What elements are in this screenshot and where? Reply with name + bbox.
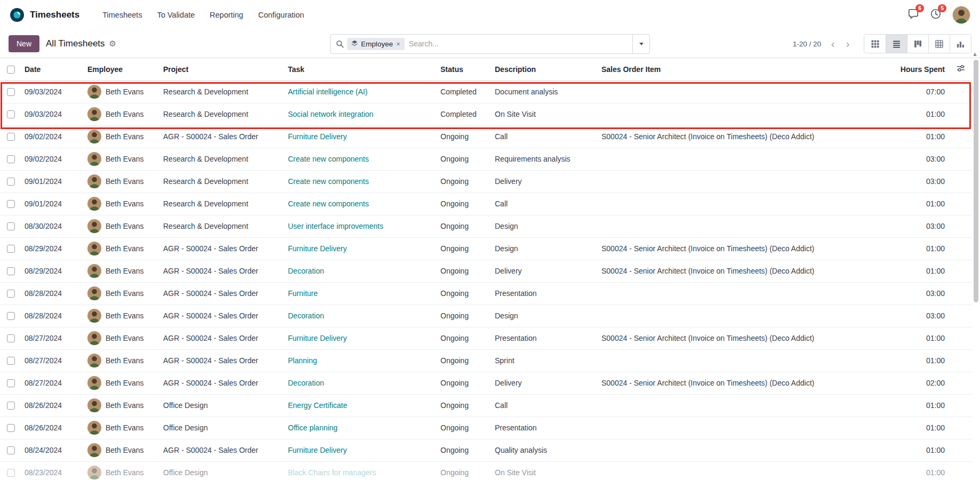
- task-cell[interactable]: Office planning: [284, 417, 436, 439]
- description-cell[interactable]: Delivery: [491, 260, 597, 282]
- project-cell[interactable]: Research & Development: [159, 103, 284, 125]
- description-cell[interactable]: Presentation: [491, 327, 597, 349]
- task-link[interactable]: Create new components: [288, 155, 369, 163]
- column-header-task[interactable]: Task: [284, 58, 436, 81]
- employee-cell[interactable]: Beth Evans: [83, 394, 159, 417]
- description-cell[interactable]: Call: [491, 394, 597, 417]
- task-cell[interactable]: Furniture: [284, 282, 436, 305]
- sales-order-item-cell[interactable]: S00024 - Senior Architect (Invoice on Ti…: [597, 125, 874, 148]
- table-row[interactable]: 08/27/2024Beth EvansAGR - S00024 - Sales…: [0, 349, 973, 372]
- employee-cell[interactable]: Beth Evans: [83, 327, 159, 349]
- employee-cell[interactable]: Beth Evans: [83, 148, 159, 170]
- hours-spent-cell[interactable]: 03:00: [874, 170, 949, 193]
- table-row[interactable]: 09/01/2024Beth EvansResearch & Developme…: [0, 170, 973, 193]
- row-checkbox[interactable]: [7, 222, 15, 230]
- sales-order-item-cell[interactable]: [597, 461, 874, 480]
- date-cell[interactable]: 09/02/2024: [20, 125, 83, 148]
- list-view-button[interactable]: [886, 35, 907, 53]
- task-cell[interactable]: Planning: [284, 349, 436, 372]
- status-cell[interactable]: Ongoing: [436, 327, 491, 349]
- kanban-view-button[interactable]: [907, 35, 928, 53]
- table-row[interactable]: 09/03/2024Beth EvansResearch & Developme…: [0, 103, 973, 125]
- project-cell[interactable]: Research & Development: [159, 215, 284, 237]
- menu-reporting[interactable]: Reporting: [204, 7, 249, 23]
- status-cell[interactable]: Ongoing: [436, 260, 491, 282]
- table-row[interactable]: 08/27/2024Beth EvansAGR - S00024 - Sales…: [0, 327, 973, 349]
- hours-spent-cell[interactable]: 01:00: [874, 394, 949, 417]
- project-cell[interactable]: Research & Development: [159, 170, 284, 193]
- table-row[interactable]: 09/03/2024Beth EvansResearch & Developme…: [0, 81, 973, 103]
- task-link[interactable]: Furniture Delivery: [288, 334, 347, 342]
- status-cell[interactable]: Ongoing: [436, 125, 491, 148]
- description-cell[interactable]: On Site Visit: [491, 103, 597, 125]
- employee-cell[interactable]: Beth Evans: [83, 215, 159, 237]
- hours-spent-cell[interactable]: 01:00: [874, 461, 949, 480]
- table-row[interactable]: 08/24/2024Beth EvansAGR - S00024 - Sales…: [0, 439, 973, 461]
- sales-order-item-cell[interactable]: [597, 103, 874, 125]
- status-cell[interactable]: Ongoing: [436, 170, 491, 193]
- task-link[interactable]: Artificial intelligence (AI): [288, 87, 367, 96]
- sales-order-item-cell[interactable]: [597, 148, 874, 170]
- row-checkbox[interactable]: [7, 446, 15, 454]
- project-cell[interactable]: Research & Development: [159, 148, 284, 170]
- task-cell[interactable]: Social network integration: [284, 103, 436, 125]
- hours-spent-cell[interactable]: 01:00: [874, 417, 949, 439]
- task-cell[interactable]: Artificial intelligence (AI): [284, 81, 436, 103]
- date-cell[interactable]: 08/27/2024: [20, 349, 83, 372]
- task-cell[interactable]: Energy Certificate: [284, 394, 436, 417]
- task-cell[interactable]: Create new components: [284, 193, 436, 215]
- employee-cell[interactable]: Beth Evans: [83, 260, 159, 282]
- task-cell[interactable]: Black Chairs for managers: [284, 461, 436, 480]
- menu-to-validate[interactable]: To Validate: [151, 7, 201, 23]
- task-cell[interactable]: Decoration: [284, 260, 436, 282]
- task-link[interactable]: Decoration: [288, 379, 324, 387]
- search-input[interactable]: [409, 39, 632, 48]
- scrollbar-up-arrow[interactable]: [972, 51, 978, 57]
- description-cell[interactable]: Design: [491, 215, 597, 237]
- sales-order-item-cell[interactable]: [597, 215, 874, 237]
- date-cell[interactable]: 08/29/2024: [20, 237, 83, 260]
- description-cell[interactable]: Call: [491, 125, 597, 148]
- row-checkbox[interactable]: [7, 200, 15, 208]
- hours-spent-cell[interactable]: 02:00: [874, 372, 949, 394]
- table-row[interactable]: 08/26/2024Beth EvansOffice DesignOffice …: [0, 417, 973, 439]
- task-cell[interactable]: Furniture Delivery: [284, 439, 436, 461]
- row-checkbox[interactable]: [7, 334, 15, 342]
- description-cell[interactable]: Delivery: [491, 372, 597, 394]
- employee-cell[interactable]: Beth Evans: [83, 282, 159, 305]
- pager-previous-button[interactable]: [825, 36, 840, 51]
- task-cell[interactable]: Decoration: [284, 305, 436, 327]
- hours-spent-cell[interactable]: 01:00: [874, 327, 949, 349]
- messages-button[interactable]: 6: [907, 8, 919, 22]
- employee-cell[interactable]: Beth Evans: [83, 81, 159, 103]
- row-checkbox[interactable]: [7, 267, 15, 275]
- task-cell[interactable]: Decoration: [284, 372, 436, 394]
- sales-order-item-cell[interactable]: S00024 - Senior Architect (Invoice on Ti…: [597, 260, 874, 282]
- status-cell[interactable]: Ongoing: [436, 193, 491, 215]
- row-checkbox[interactable]: [7, 379, 15, 387]
- menu-timesheets[interactable]: Timesheets: [97, 7, 148, 23]
- facet-remove-icon[interactable]: [396, 40, 400, 48]
- status-cell[interactable]: Ongoing: [436, 148, 491, 170]
- graph-view-button[interactable]: [950, 35, 971, 53]
- column-header-description[interactable]: Description: [491, 58, 597, 81]
- employee-cell[interactable]: Beth Evans: [83, 417, 159, 439]
- row-checkbox[interactable]: [7, 357, 15, 365]
- date-cell[interactable]: 09/02/2024: [20, 148, 83, 170]
- row-checkbox[interactable]: [7, 155, 15, 163]
- column-header-employee[interactable]: Employee: [83, 58, 159, 81]
- user-avatar[interactable]: [952, 6, 970, 24]
- table-row[interactable]: 08/30/2024Beth EvansResearch & Developme…: [0, 215, 973, 237]
- project-cell[interactable]: AGR - S00024 - Sales Order: [159, 260, 284, 282]
- task-link[interactable]: Furniture Delivery: [288, 244, 347, 253]
- hours-spent-cell[interactable]: 01:00: [874, 193, 949, 215]
- project-cell[interactable]: Office Design: [159, 417, 284, 439]
- description-cell[interactable]: Presentation: [491, 282, 597, 305]
- description-cell[interactable]: Delivery: [491, 170, 597, 193]
- project-cell[interactable]: AGR - S00024 - Sales Order: [159, 327, 284, 349]
- project-cell[interactable]: Research & Development: [159, 193, 284, 215]
- row-checkbox[interactable]: [7, 424, 15, 432]
- sales-order-item-cell[interactable]: [597, 439, 874, 461]
- status-cell[interactable]: Ongoing: [436, 394, 491, 417]
- table-row[interactable]: 09/02/2024Beth EvansResearch & Developme…: [0, 148, 973, 170]
